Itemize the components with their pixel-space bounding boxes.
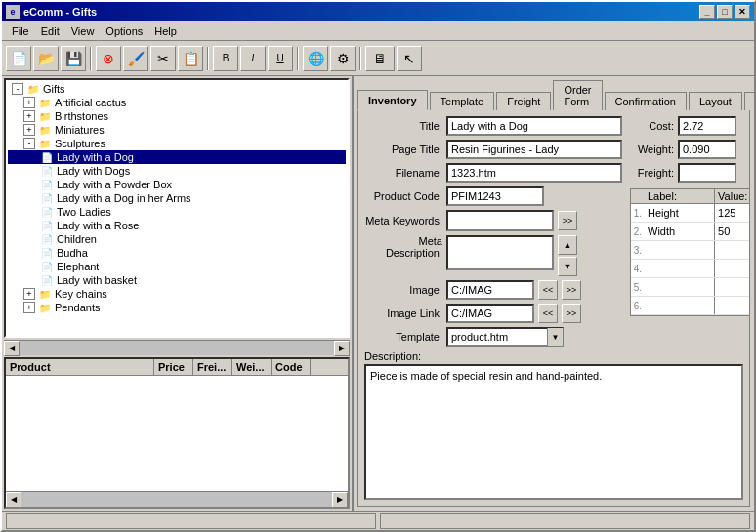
- list-hscroll-right[interactable]: ▶: [332, 492, 348, 508]
- expand-keychains[interactable]: +: [23, 288, 35, 300]
- minimize-button[interactable]: _: [699, 5, 715, 19]
- item-icon-elephant: 📄: [39, 261, 55, 272]
- tab-template[interactable]: Template: [430, 92, 495, 110]
- item-icon-budha: 📄: [39, 247, 55, 259]
- weight-input[interactable]: [678, 140, 736, 159]
- tree-node-gifts[interactable]: - 📁 Gifts: [8, 82, 346, 96]
- toolbar-settings[interactable]: ⚙: [330, 46, 356, 71]
- toolbar-cursor[interactable]: ↖: [397, 46, 422, 71]
- template-select[interactable]: product.htm: [446, 327, 564, 347]
- maximize-button[interactable]: □: [717, 5, 733, 19]
- hscroll-right[interactable]: ▶: [334, 341, 350, 356]
- description-text[interactable]: Piece is made of special resin and hand-…: [364, 364, 743, 500]
- toolbar-sep4: [359, 47, 361, 70]
- menu-view[interactable]: View: [65, 24, 101, 38]
- toolbar: 📄 📂 💾 ⊗ 🖌️ ✂ 📋 B I U 🌐 ⚙ 🖥 ↖: [2, 41, 754, 76]
- hscroll-left[interactable]: ◀: [4, 341, 20, 356]
- description-label: Description:: [364, 350, 743, 362]
- tab-confirmation[interactable]: Confirmation: [605, 92, 687, 110]
- tab-inventory[interactable]: Inventory: [357, 90, 428, 110]
- template-select-wrapper: product.htm ▼: [446, 327, 564, 347]
- tree-node-lady-dog[interactable]: 📄 Lady with a Dog: [8, 150, 346, 164]
- filename-input[interactable]: [446, 163, 622, 183]
- image-next-btn[interactable]: >>: [562, 280, 581, 300]
- status-panel-1: [6, 513, 376, 529]
- title-label: Title:: [364, 120, 442, 132]
- status-bar: [2, 511, 754, 530]
- expand-birthstones[interactable]: +: [23, 110, 35, 122]
- expand-sculptures[interactable]: -: [23, 138, 35, 149]
- cost-input[interactable]: [678, 116, 736, 136]
- list-body: [6, 376, 348, 491]
- tree-view[interactable]: - 📁 Gifts + 📁 Artificial cactus + 📁 Birt…: [4, 78, 350, 338]
- menu-options[interactable]: Options: [100, 24, 148, 38]
- tree-node-lady-powder[interactable]: 📄 Lady with a Powder Box: [8, 178, 346, 191]
- image-path-input[interactable]: [446, 280, 534, 300]
- freight-input[interactable]: [678, 163, 736, 183]
- image-link-input[interactable]: [446, 304, 534, 323]
- meta-desc-down[interactable]: ▼: [558, 257, 577, 276]
- tab-variables[interactable]: Variables: [744, 92, 754, 110]
- tree-node-artificial[interactable]: + 📁 Artificial cactus: [8, 96, 346, 109]
- close-button[interactable]: ✕: [735, 5, 750, 19]
- toolbar-new[interactable]: 📄: [6, 46, 31, 71]
- list-hscroll-left[interactable]: ◀: [6, 492, 21, 508]
- tree-node-keychains[interactable]: + 📁 Key chains: [8, 287, 346, 301]
- tab-layout[interactable]: Layout: [689, 92, 742, 110]
- menu-help[interactable]: Help: [148, 24, 183, 38]
- menu-file[interactable]: File: [6, 24, 35, 38]
- image-link-prev-btn[interactable]: <<: [538, 304, 558, 323]
- page-title-label: Page Title:: [364, 143, 442, 155]
- page-title-input[interactable]: [446, 140, 622, 159]
- toolbar-save[interactable]: 💾: [61, 46, 86, 71]
- meta-desc-input[interactable]: [446, 235, 554, 270]
- var-row-num-3: 3.: [631, 245, 645, 256]
- menu-edit[interactable]: Edit: [35, 24, 65, 38]
- toolbar-paint[interactable]: 🖌️: [123, 46, 148, 71]
- menu-bar: File Edit View Options Help: [2, 21, 754, 41]
- meta-keywords-btn[interactable]: >>: [558, 211, 577, 230]
- title-input[interactable]: [446, 116, 622, 136]
- cost-area: Cost: Weight: Freight:: [630, 116, 750, 183]
- tree-node-lady-arms[interactable]: 📄 Lady with a Dog in her Arms: [8, 191, 346, 205]
- col-weight: Wei...: [232, 359, 272, 375]
- tree-node-pendants[interactable]: + 📁 Pendants: [8, 301, 346, 314]
- meta-keywords-input[interactable]: [446, 210, 554, 231]
- expand-pendants[interactable]: +: [23, 302, 35, 313]
- tab-orderform[interactable]: Order Form: [553, 80, 602, 110]
- meta-desc-up[interactable]: ▲: [558, 235, 577, 255]
- tree-node-lady-rose[interactable]: 📄 Lady with a Rose: [8, 219, 346, 232]
- tree-label-two-ladies: Two Ladies: [57, 206, 111, 218]
- toolbar-monitor[interactable]: 🖥: [365, 46, 395, 71]
- tree-node-miniatures[interactable]: + 📁 Miniatures: [8, 123, 346, 137]
- expand-gifts[interactable]: -: [12, 83, 23, 95]
- list-hscrollbar[interactable]: ◀ ▶: [6, 491, 348, 507]
- image-prev-btn[interactable]: <<: [538, 280, 558, 300]
- expand-miniatures[interactable]: +: [23, 124, 35, 136]
- tree-node-birthstones[interactable]: + 📁 Birthstones: [8, 109, 346, 123]
- toolbar-underline[interactable]: U: [268, 46, 293, 71]
- product-code-input[interactable]: [446, 186, 544, 206]
- toolbar-bold[interactable]: B: [213, 46, 238, 71]
- toolbar-web[interactable]: 🌐: [303, 46, 328, 71]
- tree-label-artificial: Artificial cactus: [55, 97, 126, 108]
- toolbar-open[interactable]: 📂: [33, 46, 59, 71]
- toolbar-stop[interactable]: ⊗: [96, 46, 121, 71]
- tree-node-sculptures[interactable]: - 📁 Sculptures: [8, 137, 346, 150]
- tree-node-two-ladies[interactable]: 📄 Two Ladies: [8, 205, 346, 219]
- tree-hscrollbar[interactable]: ◀ ▶: [4, 340, 350, 355]
- toolbar-copy[interactable]: 📋: [178, 46, 203, 71]
- tree-label-children: Children: [57, 233, 97, 245]
- tree-node-children[interactable]: 📄 Children: [8, 232, 346, 246]
- toolbar-scissors[interactable]: ✂: [150, 46, 176, 71]
- tree-node-elephant[interactable]: 📄 Elephant: [8, 260, 346, 273]
- expand-artificial[interactable]: +: [23, 97, 35, 108]
- toolbar-italic[interactable]: I: [240, 46, 266, 71]
- tree-node-lady-dogs[interactable]: 📄 Lady with Dogs: [8, 164, 346, 178]
- var-row-2: 2. Width 50: [631, 223, 750, 241]
- tree-node-lady-basket[interactable]: 📄 Lady with basket: [8, 273, 346, 287]
- tree-node-budha[interactable]: 📄 Budha: [8, 246, 346, 260]
- tab-freight[interactable]: Freight: [496, 92, 551, 110]
- image-link-next-btn[interactable]: >>: [562, 304, 581, 323]
- hscroll-track: [20, 341, 334, 355]
